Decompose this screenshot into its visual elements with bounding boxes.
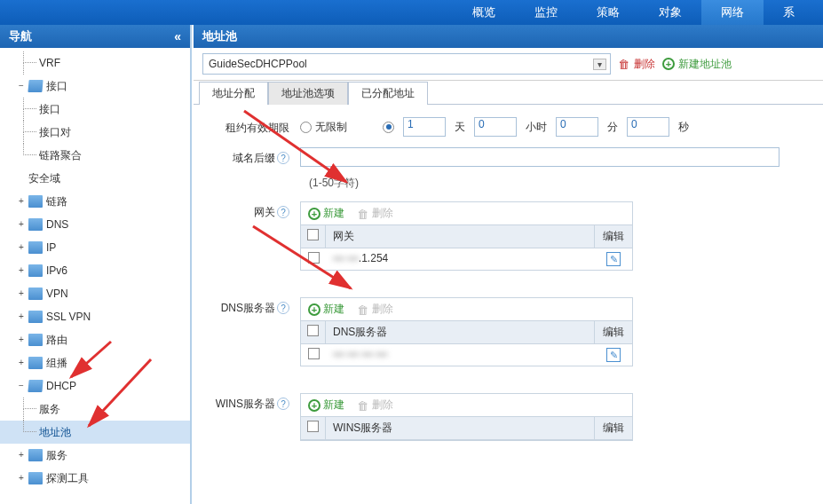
plus-icon: + bbox=[308, 399, 320, 412]
folder-icon bbox=[28, 287, 43, 300]
tree-node-vrf[interactable]: VRF bbox=[0, 51, 190, 75]
toggle-icon[interactable]: + bbox=[16, 193, 27, 210]
nav-network[interactable]: 网络 bbox=[701, 0, 764, 25]
toggle-icon[interactable]: + bbox=[16, 239, 27, 256]
pool-select[interactable]: GuideSecDHCPPool bbox=[202, 53, 611, 75]
tree-node-接口[interactable]: 接口 bbox=[0, 98, 190, 121]
domain-suffix-input[interactable] bbox=[300, 147, 779, 167]
folder-icon bbox=[28, 334, 43, 346]
wins-delete-button[interactable]: 删除 bbox=[357, 398, 393, 413]
tab-assigned[interactable]: 已分配地址 bbox=[348, 82, 428, 105]
folder-icon bbox=[28, 195, 43, 208]
help-icon[interactable]: ? bbox=[277, 152, 289, 164]
edit-icon[interactable] bbox=[606, 252, 621, 266]
toggle-icon[interactable]: + bbox=[16, 469, 27, 487]
tree-node-接口对[interactable]: 接口对 bbox=[0, 121, 190, 144]
edit-icon[interactable] bbox=[606, 348, 621, 362]
tree-node-vpn[interactable]: +VPN bbox=[0, 282, 190, 305]
nav-policy[interactable]: 策略 bbox=[577, 0, 639, 25]
gateway-add-button[interactable]: +新建 bbox=[308, 206, 344, 221]
new-pool-button[interactable]: + 新建地址池 bbox=[662, 57, 732, 72]
tree-node-dhcp[interactable]: −DHCP bbox=[0, 374, 190, 398]
tree-node-组播[interactable]: +组播 bbox=[0, 351, 190, 374]
checkbox-all[interactable] bbox=[307, 229, 319, 240]
trash-icon bbox=[357, 303, 369, 316]
sidebar-collapse-icon[interactable]: « bbox=[174, 29, 181, 43]
toggle-icon[interactable]: + bbox=[16, 354, 27, 372]
tree-node-安全域[interactable]: 安全域 bbox=[0, 167, 190, 190]
seconds-input[interactable]: 0 bbox=[627, 117, 669, 137]
toggle-icon[interactable]: + bbox=[16, 285, 27, 303]
dns-table: +新建 删除 DNS服务器 编辑 ▪▪▪ ▪▪▪ ▪▪▪ ▪▪▪ bbox=[300, 297, 633, 366]
tree-node-地址池[interactable]: 地址池 bbox=[0, 421, 190, 444]
help-icon[interactable]: ? bbox=[277, 398, 289, 410]
toggle-icon[interactable]: + bbox=[16, 331, 27, 349]
tree-node-ssl vpn[interactable]: +SSL VPN bbox=[0, 305, 190, 328]
folder-icon bbox=[28, 472, 43, 484]
dns-col-name: DNS服务器 bbox=[326, 321, 595, 343]
nav-overview[interactable]: 概览 bbox=[453, 0, 515, 25]
plus-icon: + bbox=[662, 58, 675, 70]
dns-add-button[interactable]: +新建 bbox=[308, 302, 344, 317]
toggle-icon[interactable]: + bbox=[16, 262, 27, 280]
tree-node-服务[interactable]: 服务 bbox=[0, 398, 190, 421]
tree-node-接口[interactable]: −接口 bbox=[0, 75, 190, 98]
gateway-col-name: 网关 bbox=[326, 225, 595, 248]
toggle-icon[interactable]: + bbox=[16, 216, 27, 233]
nav-object[interactable]: 对象 bbox=[639, 0, 701, 25]
tree-node-路由[interactable]: +路由 bbox=[0, 328, 190, 351]
tree-label: 链路聚合 bbox=[39, 146, 82, 164]
unlimited-label: 无限制 bbox=[315, 120, 347, 135]
tree-label: 链路 bbox=[46, 193, 67, 210]
checkbox[interactable] bbox=[308, 252, 320, 264]
row-dns: DNS服务器? +新建 删除 DNS服务器 编辑 ▪▪▪ ▪▪▪ ▪▪▪ bbox=[211, 297, 805, 366]
tree-node-探测工具[interactable]: +探测工具 bbox=[0, 467, 190, 490]
tree-label: 接口 bbox=[46, 77, 67, 95]
dns-delete-button[interactable]: 删除 bbox=[357, 302, 393, 317]
hours-label: 小时 bbox=[526, 120, 547, 135]
minutes-input[interactable]: 0 bbox=[556, 117, 598, 137]
tree-node-ip[interactable]: +IP bbox=[0, 236, 190, 259]
tree-node-链路[interactable]: +链路 bbox=[0, 190, 190, 213]
folder-icon bbox=[28, 449, 43, 461]
wins-add-button[interactable]: +新建 bbox=[308, 398, 344, 413]
toggle-icon[interactable]: − bbox=[16, 77, 27, 95]
tree-node-ipv6[interactable]: +IPv6 bbox=[0, 259, 190, 282]
gateway-label: 网关? bbox=[211, 201, 300, 220]
checkbox-all[interactable] bbox=[307, 325, 319, 336]
help-icon[interactable]: ? bbox=[277, 206, 289, 218]
tab-assign[interactable]: 地址分配 bbox=[199, 82, 268, 105]
content: 地址池 GuideSecDHCPPool 删除 + 新建地址池 地址分配 地址池… bbox=[194, 25, 823, 504]
tree-label: 路由 bbox=[46, 331, 67, 349]
delete-button[interactable]: 删除 bbox=[618, 57, 655, 72]
checkbox-all[interactable] bbox=[307, 421, 319, 432]
tab-options[interactable]: 地址池选项 bbox=[268, 82, 348, 105]
tree-label: VPN bbox=[46, 285, 68, 303]
tree-node-dns[interactable]: +DNS bbox=[0, 213, 190, 236]
folder-icon bbox=[28, 80, 43, 92]
nav-system[interactable]: 系 bbox=[764, 0, 814, 25]
sidebar-header: 导航 « bbox=[0, 25, 190, 48]
tree-node-服务[interactable]: +服务 bbox=[0, 444, 190, 467]
lease-custom-radio[interactable] bbox=[383, 122, 394, 133]
toggle-icon[interactable]: + bbox=[16, 446, 27, 464]
toggle-icon[interactable]: − bbox=[16, 377, 27, 395]
trash-icon bbox=[618, 58, 630, 70]
gateway-delete-button[interactable]: 删除 bbox=[357, 206, 393, 221]
nav-monitor[interactable]: 监控 bbox=[515, 0, 577, 25]
minutes-label: 分 bbox=[607, 120, 618, 135]
tree-node-链路聚合[interactable]: 链路聚合 bbox=[0, 144, 190, 167]
help-icon[interactable]: ? bbox=[277, 302, 289, 314]
row-wins: WINS服务器? +新建 删除 WINS服务器 编辑 bbox=[211, 393, 805, 441]
toggle-icon[interactable]: + bbox=[16, 308, 27, 326]
lease-unlimited-radio[interactable]: 无限制 bbox=[300, 120, 347, 135]
days-input[interactable]: 1 bbox=[403, 117, 446, 137]
checkbox[interactable] bbox=[308, 348, 320, 359]
trash-icon bbox=[357, 208, 369, 220]
hours-input[interactable]: 0 bbox=[474, 117, 517, 137]
tree-label: VRF bbox=[39, 54, 60, 72]
folder-icon bbox=[28, 241, 43, 254]
delete-label: 删除 bbox=[634, 57, 655, 72]
gateway-col-edit: 编辑 bbox=[595, 225, 632, 248]
tabs: 地址分配 地址池选项 已分配地址 bbox=[194, 81, 823, 105]
